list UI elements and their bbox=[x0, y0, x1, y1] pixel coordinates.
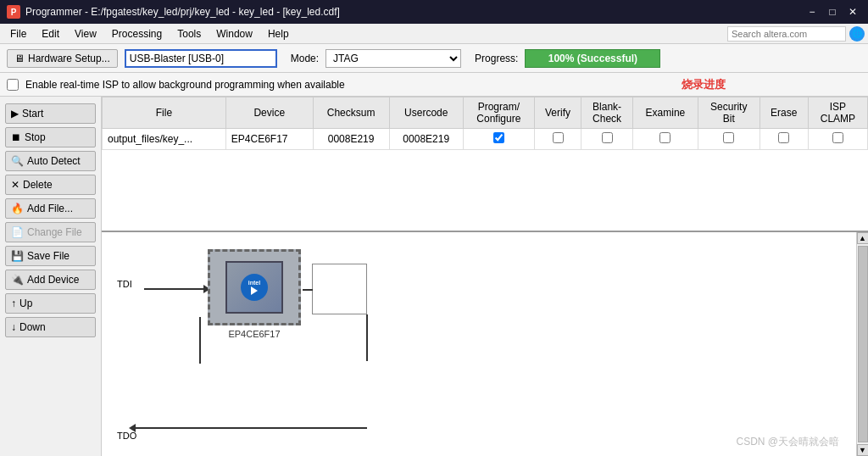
window-controls: − □ ✕ bbox=[804, 3, 861, 20]
isp-clamp-checkbox[interactable] bbox=[832, 132, 843, 143]
col-security: SecurityBit bbox=[698, 97, 760, 129]
chip-label: EP4CE6F17 bbox=[208, 329, 301, 339]
vertical-scrollbar[interactable]: ▲ ▼ bbox=[856, 232, 868, 456]
menu-bar: File Edit View Processing Tools Window H… bbox=[0, 24, 868, 44]
hw-setup-icon: 🖥 bbox=[14, 53, 25, 64]
up-button[interactable]: ↑ Up bbox=[5, 293, 96, 314]
maximize-button[interactable]: □ bbox=[824, 3, 841, 20]
down-label: Down bbox=[19, 321, 46, 333]
auto-detect-button[interactable]: 🔍 Auto Detect bbox=[5, 151, 96, 171]
table-row: output_files/key_... EP4CE6F17 0008E219 … bbox=[103, 129, 868, 150]
cell-examine bbox=[632, 129, 698, 150]
menu-window[interactable]: Window bbox=[209, 26, 259, 42]
down-icon: ↓ bbox=[11, 321, 16, 333]
tdi-arrow bbox=[144, 285, 210, 293]
tdi-label: TDI bbox=[117, 279, 132, 289]
chip-to-box-line bbox=[303, 289, 313, 291]
program-checkbox[interactable] bbox=[493, 132, 504, 143]
main-container: ▶ Start ⏹ Stop 🔍 Auto Detect ✕ Delete 🔥 … bbox=[0, 97, 868, 456]
examine-checkbox[interactable] bbox=[659, 132, 670, 143]
save-file-icon: 💾 bbox=[11, 250, 24, 262]
add-device-icon: 🔌 bbox=[11, 274, 24, 286]
up-icon: ↑ bbox=[11, 298, 16, 309]
stop-icon: ⏹ bbox=[11, 131, 21, 143]
col-device: Device bbox=[225, 97, 313, 129]
vertical-line-down bbox=[366, 314, 368, 361]
search-area: 🌐 bbox=[727, 26, 865, 42]
col-examine: Examine bbox=[632, 97, 698, 129]
col-file: File bbox=[103, 97, 226, 129]
up-label: Up bbox=[19, 298, 32, 309]
programmer-table: File Device Checksum Usercode Program/Co… bbox=[102, 97, 868, 150]
blank-check-checkbox[interactable] bbox=[602, 132, 613, 143]
content-area: File Device Checksum Usercode Program/Co… bbox=[102, 97, 868, 456]
isp-label: Enable real-time ISP to allow background… bbox=[25, 79, 345, 91]
close-button[interactable]: ✕ bbox=[844, 3, 861, 20]
scroll-down-button[interactable]: ▼ bbox=[857, 444, 869, 456]
down-button[interactable]: ↓ Down bbox=[5, 317, 96, 337]
scroll-thumb[interactable] bbox=[858, 246, 868, 442]
delete-button[interactable]: ✕ Delete bbox=[5, 175, 96, 195]
col-isp: ISPCLAMP bbox=[808, 97, 867, 129]
menu-help[interactable]: Help bbox=[261, 26, 296, 42]
menu-tools[interactable]: Tools bbox=[170, 26, 208, 42]
output-box bbox=[312, 264, 367, 314]
globe-icon: 🌐 bbox=[849, 26, 865, 42]
security-checkbox[interactable] bbox=[723, 132, 734, 143]
erase-checkbox[interactable] bbox=[778, 132, 789, 143]
hardware-setup-button[interactable]: 🖥 Hardware Setup... bbox=[7, 49, 118, 68]
save-file-button[interactable]: 💾 Save File bbox=[5, 246, 96, 266]
menu-edit[interactable]: Edit bbox=[35, 26, 66, 42]
add-file-label: Add File... bbox=[27, 203, 73, 214]
add-device-label: Add Device bbox=[27, 274, 79, 286]
cell-usercode: 0008E219 bbox=[389, 129, 463, 150]
tdo-arrow bbox=[129, 424, 205, 432]
cell-erase bbox=[760, 129, 808, 150]
col-blank: Blank-Check bbox=[581, 97, 633, 129]
add-file-button[interactable]: 🔥 Add File... bbox=[5, 198, 96, 219]
mode-label: Mode: bbox=[291, 53, 319, 64]
stop-label: Stop bbox=[25, 131, 46, 143]
minimize-button[interactable]: − bbox=[804, 3, 821, 20]
chip-container: intel EP4CE6F17 bbox=[208, 249, 301, 339]
menu-processing[interactable]: Processing bbox=[105, 26, 169, 42]
diagram-area: ▲ ▼ TDI TDO bbox=[102, 232, 868, 456]
progress-bar: 100% (Successful) bbox=[525, 49, 660, 68]
cell-security bbox=[698, 129, 760, 150]
mode-select[interactable]: JTAG bbox=[326, 49, 461, 68]
save-file-label: Save File bbox=[27, 250, 70, 262]
change-file-button[interactable]: 📄 Change File bbox=[5, 222, 96, 242]
menu-view[interactable]: View bbox=[68, 26, 103, 42]
chip-body: intel bbox=[208, 249, 301, 325]
add-file-icon: 🔥 bbox=[11, 203, 24, 214]
change-file-label: Change File bbox=[27, 226, 82, 238]
stop-button[interactable]: ⏹ Stop bbox=[5, 127, 96, 147]
col-usercode: Usercode bbox=[389, 97, 463, 129]
start-button[interactable]: ▶ Start bbox=[5, 103, 96, 124]
burn-progress-label: 烧录进度 bbox=[682, 77, 726, 92]
hw-setup-label: Hardware Setup... bbox=[28, 53, 110, 64]
play-icon bbox=[251, 286, 258, 295]
start-label: Start bbox=[22, 108, 43, 120]
progress-label: Progress: bbox=[475, 53, 518, 64]
cell-program bbox=[463, 129, 534, 150]
menu-file[interactable]: File bbox=[3, 26, 33, 42]
verify-checkbox[interactable] bbox=[553, 132, 564, 143]
auto-detect-label: Auto Detect bbox=[27, 155, 81, 167]
scroll-up-button[interactable]: ▲ bbox=[857, 232, 869, 244]
isp-checkbox[interactable] bbox=[7, 79, 19, 91]
intel-logo: intel bbox=[241, 274, 268, 301]
add-device-button[interactable]: 🔌 Add Device bbox=[5, 270, 96, 290]
progress-value: 100% (Successful) bbox=[548, 53, 637, 64]
isp-row: Enable real-time ISP to allow background… bbox=[0, 73, 868, 97]
delete-label: Delete bbox=[23, 179, 53, 191]
intel-text: intel bbox=[248, 280, 260, 286]
search-input[interactable] bbox=[727, 26, 846, 42]
cell-checksum: 0008E219 bbox=[313, 129, 389, 150]
device-input[interactable] bbox=[125, 49, 277, 68]
change-file-icon: 📄 bbox=[11, 226, 24, 238]
title-bar: P Programmer - E:/fpgatest/key_led/prj/k… bbox=[0, 0, 868, 24]
watermark: CSDN @天会晴就会暗 bbox=[736, 435, 839, 449]
col-verify: Verify bbox=[534, 97, 581, 129]
col-erase: Erase bbox=[760, 97, 808, 129]
